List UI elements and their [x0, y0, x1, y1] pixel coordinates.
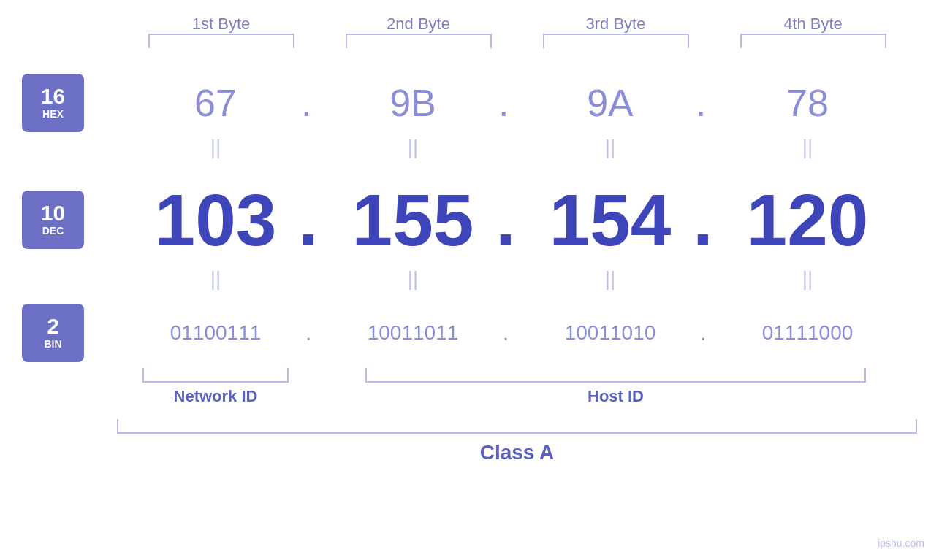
eq-spacer-2	[22, 267, 117, 304]
dec-badge: 10 DEC	[22, 191, 84, 249]
dot-1: .	[301, 81, 311, 125]
eq-cell-3: ||	[512, 136, 709, 172]
bin-val-1: 01100111	[117, 321, 314, 345]
watermark: ipshu.com	[878, 537, 924, 549]
bracket-byte3	[517, 34, 715, 48]
class-bracket-line	[117, 419, 917, 434]
bracket-line-4	[740, 34, 886, 48]
equals-5: ||	[210, 267, 221, 290]
equals-7: ||	[605, 267, 616, 290]
hex-row: 16 HEX 67 . 9B . 9A . 78	[22, 70, 917, 136]
dot-3: .	[696, 81, 706, 125]
bin-val-3: 10011010	[512, 321, 709, 345]
eq-cell-2: ||	[314, 136, 512, 172]
dec-row: 10 DEC 103 . 155 . 154 . 120	[22, 172, 917, 267]
equals-6: ||	[408, 267, 419, 290]
bin-dot-3: .	[700, 321, 706, 345]
equals-4: ||	[802, 136, 813, 158]
top-bracket-row	[22, 34, 917, 48]
bin-dot-1: .	[305, 321, 311, 345]
hex-base-number: 16	[41, 85, 65, 107]
class-row: Class A	[22, 419, 917, 464]
dec-dot-1: .	[298, 178, 319, 262]
eq-cell-8: ||	[709, 267, 906, 304]
bin-dot-2: .	[503, 321, 509, 345]
hex-val-4: 78	[709, 81, 906, 125]
eq-cell-7: ||	[512, 267, 709, 304]
dec-val-2: 155	[314, 183, 512, 256]
byte1-header: 1st Byte	[123, 15, 320, 34]
dec-badge-col: 10 DEC	[22, 191, 117, 249]
dec-val-3: 154	[512, 183, 709, 256]
bracket-line-3	[543, 34, 689, 48]
bin-val-4: 01111000	[709, 321, 906, 345]
bracket-byte4	[715, 34, 912, 48]
bin-badge-col: 2 BIN	[22, 304, 117, 362]
bin-row: 2 BIN 01100111 . 10011011 . 10011010 .	[22, 304, 917, 362]
equals-3: ||	[605, 136, 616, 158]
eq-cell-5: ||	[117, 267, 314, 304]
dec-dot-3: .	[693, 178, 713, 262]
hex-val-2: 9B	[314, 81, 512, 125]
main-container: 1st Byte 2nd Byte 3rd Byte 4th Byte 16 H…	[0, 0, 939, 560]
equals-8: ||	[802, 267, 813, 290]
network-id-bracket: Network ID	[117, 368, 314, 406]
hex-badge: 16 HEX	[22, 74, 84, 132]
eq-cell-4: ||	[709, 136, 906, 172]
hex-values: 67 . 9B . 9A . 78	[117, 81, 917, 125]
equals-row-2: || || || ||	[22, 267, 917, 304]
byte2-header: 2nd Byte	[320, 15, 517, 34]
byte3-header: 3rd Byte	[517, 15, 715, 34]
host-id-label: Host ID	[588, 387, 644, 406]
host-bracket-line	[365, 368, 866, 383]
equals-1: ||	[210, 136, 221, 158]
equals-row-1: || || || ||	[22, 136, 917, 172]
hex-base-label: HEX	[42, 107, 64, 120]
class-a-label: Class A	[117, 441, 917, 464]
hex-val-1: 67	[117, 81, 314, 125]
eq-values-2: || || || ||	[117, 267, 917, 304]
equals-2: ||	[408, 136, 419, 158]
bracket-line-2	[346, 34, 492, 48]
bracket-line-1	[148, 34, 294, 48]
dot-2: .	[498, 81, 509, 125]
dec-base-number: 10	[41, 202, 65, 224]
bin-base-number: 2	[47, 315, 59, 337]
bin-val-2: 10011011	[314, 321, 512, 345]
bracket-byte1	[123, 34, 320, 48]
host-id-bracket: Host ID	[314, 368, 917, 406]
network-bracket-line	[142, 368, 289, 383]
dec-dot-2: .	[495, 178, 516, 262]
bin-values: 01100111 . 10011011 . 10011010 . 0111100…	[117, 321, 917, 345]
dec-values: 103 . 155 . 154 . 120	[117, 183, 917, 256]
eq-values-1: || || || ||	[117, 136, 917, 172]
eq-spacer-1	[22, 136, 117, 172]
bottom-bracket-row: Network ID Host ID	[22, 368, 917, 406]
dec-val-4: 120	[709, 183, 906, 256]
byte4-header: 4th Byte	[715, 15, 912, 34]
eq-cell-1: ||	[117, 136, 314, 172]
network-id-label: Network ID	[174, 387, 258, 406]
dec-val-1: 103	[117, 183, 314, 256]
eq-cell-6: ||	[314, 267, 512, 304]
bin-badge: 2 BIN	[22, 304, 84, 362]
hex-badge-col: 16 HEX	[22, 74, 117, 132]
bin-base-label: BIN	[44, 337, 61, 350]
byte-headers: 1st Byte 2nd Byte 3rd Byte 4th Byte	[22, 15, 917, 34]
bracket-byte2	[320, 34, 517, 48]
hex-val-3: 9A	[512, 81, 709, 125]
dec-base-label: DEC	[42, 224, 64, 237]
